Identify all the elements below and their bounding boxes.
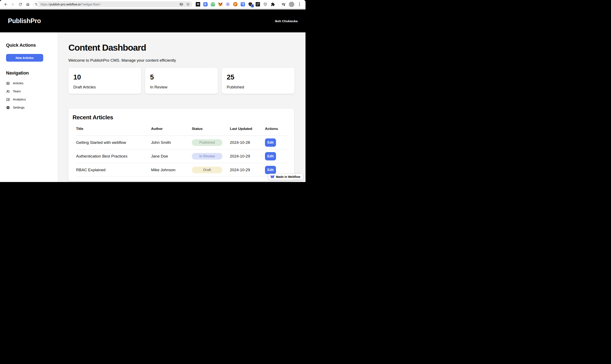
main-content: Content Dashboard Welcome to PublishPro … — [58, 32, 306, 182]
browser-menu-button[interactable] — [297, 2, 302, 7]
made-in-webflow-label: Made in Webflow — [276, 175, 300, 179]
browser-toolbar: https://publish-pro.webflow.io/?widget-f… — [0, 0, 306, 9]
sidebar: Quick Actions New Articles Navigation Ar… — [0, 32, 58, 182]
stat-card-review: 5 In Review — [145, 68, 218, 94]
sidebar-item-team[interactable]: Team — [6, 88, 54, 94]
stat-value: 10 — [73, 73, 136, 81]
sidebar-item-settings[interactable]: Settings — [6, 104, 54, 110]
table-row: RBAC Explained Mike Johnson Draft 2024-1… — [76, 163, 289, 177]
ghost-icon — [226, 2, 230, 6]
star-icon — [186, 2, 190, 6]
article-author-cell: Mike Johnson — [151, 168, 192, 172]
article-updated-cell: 2024-10-29 — [230, 168, 265, 172]
kraken-letter: K — [203, 2, 208, 6]
site-header: PublishPro Ikeh Chukwuka — [0, 10, 306, 32]
status-badge: In Review — [192, 153, 222, 160]
stat-card-published: 25 Published — [222, 68, 294, 94]
column-header-title: Title — [76, 127, 151, 131]
back-button[interactable] — [2, 1, 9, 8]
sidebar-item-label: Analytics — [13, 98, 26, 101]
brand-logo[interactable]: PublishPro — [8, 17, 41, 25]
table-row: Authentication Best Practices Jane Doe I… — [76, 149, 289, 163]
privacy-eye-button[interactable] — [179, 2, 184, 7]
tune-icon — [35, 3, 38, 6]
article-title-cell: Authentication Best Practices — [76, 154, 151, 158]
column-header-status: Status — [192, 127, 230, 131]
article-title-cell: RBAC Explained — [76, 168, 151, 172]
forward-button[interactable] — [9, 1, 16, 8]
forward-icon — [10, 2, 14, 6]
phantom-extension-icon[interactable] — [226, 2, 230, 6]
kraken-extension-icon[interactable]: K — [203, 2, 208, 6]
user-name: Ikeh Chukwuka — [275, 19, 298, 23]
bookmark-star-button[interactable] — [185, 2, 190, 7]
sidebar-item-label: Settings — [13, 106, 25, 109]
doodle-icon — [256, 2, 260, 6]
stat-value: 25 — [227, 73, 290, 81]
browser-window: https://publish-pro.webflow.io/?widget-f… — [0, 0, 306, 182]
sketch-extension-icon[interactable] — [256, 2, 260, 6]
table-body: Getting Started with webflow John Smith … — [76, 136, 289, 177]
recent-articles-title: Recent Articles — [72, 114, 290, 121]
reload-button[interactable] — [17, 1, 24, 8]
sidebar-item-label: Articles — [13, 81, 24, 85]
navigation-list: Articles Team Analytics Settings — [6, 80, 54, 110]
extension-badge-count: 1 — [251, 4, 254, 7]
shield-blocker-extension-icon[interactable]: 1 — [248, 2, 252, 6]
sidebar-item-analytics[interactable]: Analytics — [6, 96, 54, 102]
url-bar[interactable]: https://publish-pro.webflow.io/?widget-f… — [33, 1, 193, 7]
webflow-logo-icon — [270, 175, 275, 178]
media-playlist-button[interactable] — [281, 2, 286, 6]
edit-button[interactable]: Edit — [265, 152, 276, 160]
polkadot-extension-icon[interactable]: P — [233, 2, 237, 6]
edit-button[interactable]: Edit — [265, 138, 276, 147]
gray-shield-icon — [263, 2, 267, 6]
stats-row: 10 Draft Articles 5 In Review 25 Publish… — [68, 68, 306, 94]
back-icon — [4, 2, 8, 6]
article-updated-cell: 2024-10-28 — [230, 140, 265, 145]
recent-articles-card: Recent Articles Title Author Status Last… — [68, 109, 294, 181]
fox-icon — [218, 2, 222, 6]
articles-table: Title Author Status Last Updated Actions… — [76, 124, 289, 177]
medium-extension-icon[interactable]: M — [196, 2, 200, 6]
sidebar-item-articles[interactable]: Articles — [6, 80, 54, 86]
team-icon — [6, 90, 10, 93]
quick-actions-title: Quick Actions — [6, 42, 54, 48]
column-header-updated: Last Updated — [230, 127, 265, 131]
stat-label: In Review — [150, 85, 213, 90]
column-header-actions: Actions — [265, 127, 289, 131]
tron-icon — [241, 2, 245, 6]
new-articles-button[interactable]: New Articles — [6, 54, 43, 62]
toolbar-separator — [278, 2, 278, 6]
medium-letter: M — [196, 2, 200, 6]
url-path: /?widget-flow= — [81, 2, 101, 6]
status-badge: Published — [192, 139, 222, 146]
status-badge: Draft — [192, 167, 222, 173]
stat-label: Published — [227, 85, 290, 90]
page-body: Quick Actions New Articles Navigation Ar… — [0, 32, 306, 182]
screen: https://publish-pro.webflow.io/?widget-f… — [0, 0, 306, 182]
polkadot-letter: P — [233, 2, 237, 6]
navigation-title: Navigation — [6, 70, 54, 76]
url-text: https://publish-pro.webflow.io/?widget-f… — [41, 2, 177, 6]
made-in-webflow-badge[interactable]: Made in Webflow — [268, 174, 303, 180]
sidebar-item-label: Team — [13, 90, 21, 93]
site-settings-button[interactable] — [33, 2, 39, 7]
stat-label: Draft Articles — [73, 85, 136, 90]
gray-shield-extension-icon[interactable] — [263, 2, 267, 6]
settings-icon — [6, 106, 10, 110]
article-title-cell: Getting Started with webflow — [76, 140, 151, 145]
frog-extension-icon[interactable] — [211, 2, 215, 6]
home-icon — [26, 2, 30, 6]
tronlink-extension-icon[interactable] — [241, 2, 245, 6]
extensions-row: M K P 1 — [196, 2, 302, 7]
home-button[interactable] — [25, 1, 31, 8]
puzzle-icon — [271, 2, 275, 6]
article-updated-cell: 2024-10-29 — [230, 154, 265, 158]
url-host: publish-pro.webflow.io — [50, 2, 81, 6]
metamask-extension-icon[interactable] — [218, 2, 222, 6]
extensions-puzzle-button[interactable] — [271, 2, 275, 6]
edit-button[interactable]: Edit — [265, 166, 276, 174]
stat-card-draft: 10 Draft Articles — [68, 68, 141, 94]
profile-avatar[interactable] — [289, 2, 294, 7]
